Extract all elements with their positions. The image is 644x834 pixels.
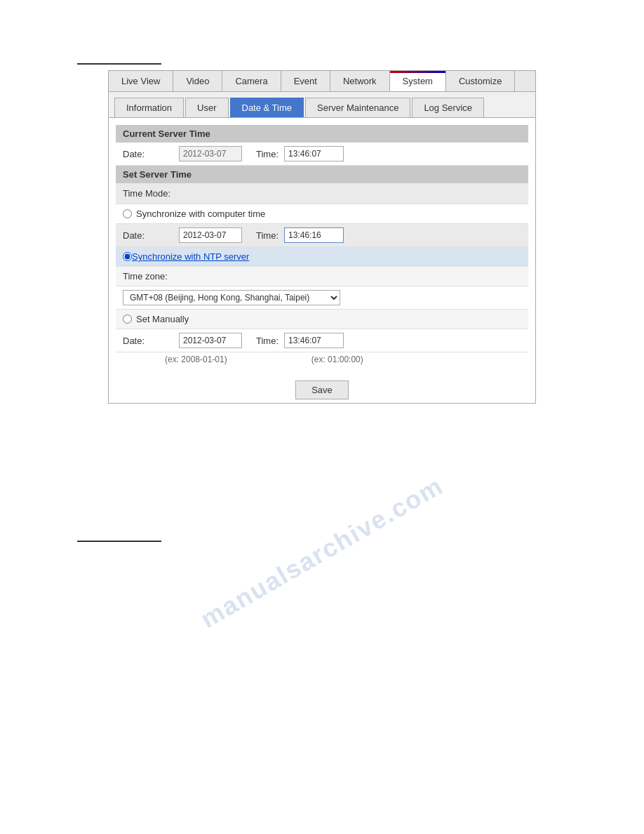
example-date-text: (ex: 2008-01-01) — [165, 355, 227, 364]
current-date-input[interactable] — [179, 146, 242, 161]
sub-tabs: Information User Date & Time Server Main… — [109, 92, 535, 118]
nav-tabs: Live View Video Camera Event Network Sys… — [109, 71, 535, 92]
sync-ntp-radio[interactable] — [123, 252, 132, 261]
save-button[interactable]: Save — [295, 380, 349, 399]
manual-time-label: Time: — [256, 336, 279, 346]
save-area: Save — [109, 373, 535, 403]
set-manually-row: Set Manually — [116, 310, 528, 329]
current-server-time-row: Date: Time: — [116, 143, 528, 166]
sync-computer-datetime-row: Date: Time: — [116, 224, 528, 247]
manual-datetime-row: Date: Time: — [116, 329, 528, 352]
sub-tab-log-service[interactable]: Log Service — [412, 98, 484, 117]
manual-time-input[interactable] — [284, 333, 344, 348]
tab-event[interactable]: Event — [281, 71, 330, 91]
sub-tab-date-time[interactable]: Date & Time — [230, 98, 304, 117]
content-area: Current Server Time Date: Time: Set Serv… — [109, 118, 535, 373]
tab-live-view[interactable]: Live View — [109, 71, 173, 91]
manual-date-input[interactable] — [179, 333, 242, 348]
example-time-text: (ex: 01:00:00) — [311, 355, 363, 364]
tab-network[interactable]: Network — [330, 71, 390, 91]
current-time-label: Time: — [256, 149, 279, 159]
sync-computer-radio[interactable] — [123, 209, 132, 218]
current-server-time-header: Current Server Time — [116, 125, 528, 143]
timezone-select[interactable]: GMT+08 (Beijing, Hong Kong, Shanghai, Ta… — [123, 290, 340, 305]
tab-camera[interactable]: Camera — [222, 71, 281, 91]
timezone-label: Time zone: — [123, 271, 186, 282]
bottom-decorative-line — [77, 541, 161, 542]
sub-tab-server-maintenance[interactable]: Server Maintenance — [305, 98, 410, 117]
sync-time-label: Time: — [256, 230, 279, 241]
watermark: manualsarchive.com — [196, 471, 449, 634]
time-mode-label: Time Mode: — [123, 188, 179, 199]
set-manually-radio[interactable] — [123, 315, 132, 324]
sub-tab-user[interactable]: User — [185, 98, 228, 117]
sync-date-input[interactable] — [179, 227, 242, 243]
sync-date-label: Date: — [123, 230, 179, 241]
sync-ntp-row: Synchronize with NTP server — [116, 247, 528, 267]
sync-computer-row: Synchronize with computer time — [116, 204, 528, 224]
sub-tab-information[interactable]: Information — [114, 98, 184, 117]
tab-customize[interactable]: Customize — [446, 71, 515, 91]
sync-ntp-label[interactable]: Synchronize with NTP server — [132, 251, 249, 262]
example-row: (ex: 2008-01-01) (ex: 01:00:00) — [116, 352, 528, 366]
page-wrapper: Live View Video Camera Event Network Sys… — [0, 0, 644, 834]
sync-computer-label: Synchronize with computer time — [136, 208, 265, 219]
set-manually-label: Set Manually — [136, 314, 189, 324]
tab-system[interactable]: System — [390, 71, 446, 91]
sync-time-input[interactable] — [284, 227, 344, 243]
tab-video[interactable]: Video — [173, 71, 222, 91]
main-container: Live View Video Camera Event Network Sys… — [108, 70, 536, 404]
current-time-input[interactable] — [284, 146, 344, 161]
current-date-label: Date: — [123, 149, 179, 159]
timezone-row: Time zone: — [116, 267, 528, 286]
set-server-time-header: Set Server Time — [116, 166, 528, 183]
manual-date-label: Date: — [123, 336, 179, 346]
time-mode-row: Time Mode: — [116, 183, 528, 204]
top-decorative-line — [77, 63, 161, 65]
timezone-select-row: GMT+08 (Beijing, Hong Kong, Shanghai, Ta… — [116, 286, 528, 310]
